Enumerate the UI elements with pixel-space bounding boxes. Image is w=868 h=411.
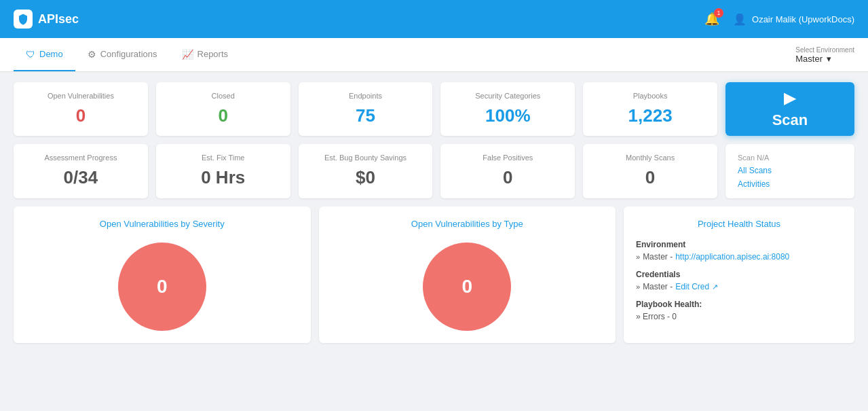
- external-link-icon: ↗: [712, 283, 718, 291]
- stat-security-categories: Security Categories 100%: [440, 82, 575, 136]
- main-content: Open Vulnerabilities 0 Closed 0 Endpoint…: [0, 72, 868, 353]
- stat-value-bug-bounty: $0: [356, 167, 375, 188]
- chevron-icon-2: »: [636, 283, 640, 291]
- health-playbook-label: Playbook Health:: [636, 300, 842, 309]
- nav-tabs: 🛡 Demo ⚙ Configurations 📈 Reports: [14, 38, 240, 71]
- health-cred-label: Credentials: [636, 270, 842, 279]
- user-menu[interactable]: 👤 Ozair Malik (UpworkDocs): [733, 13, 854, 26]
- stat-label-security-cat: Security Categories: [475, 92, 540, 100]
- env-dropdown[interactable]: Master ▾: [795, 54, 831, 64]
- stat-assessment: Assessment Progress 0/34: [14, 144, 148, 198]
- notification-button[interactable]: 🔔 1: [704, 12, 719, 26]
- chart-icon: 📈: [182, 49, 193, 60]
- tab-demo-label: Demo: [39, 49, 63, 59]
- health-playbook-section: Playbook Health: » Errors - 0: [636, 300, 842, 321]
- tab-configurations[interactable]: ⚙ Configurations: [75, 38, 170, 71]
- type-chart-title: Open Vulnerabilities by Type: [331, 219, 604, 229]
- gear-icon: ⚙: [88, 49, 96, 60]
- health-title: Project Health Status: [636, 219, 842, 229]
- stat-label-open-vuln: Open Vulnerabilities: [48, 92, 114, 100]
- stat-closed: Closed 0: [156, 82, 290, 136]
- tab-reports-label: Reports: [197, 49, 229, 59]
- health-environment-section: Environment » Master - http://applicatio…: [636, 240, 842, 262]
- type-donut: 0: [423, 243, 511, 331]
- edit-cred-link[interactable]: Edit Cred: [675, 282, 709, 291]
- stat-label-fix-time: Est. Fix Time: [202, 154, 245, 162]
- user-name: Ozair Malik (UpworkDocs): [752, 14, 854, 24]
- chevron-icon: »: [636, 253, 640, 261]
- scan-button[interactable]: ▶ Scan: [725, 82, 854, 136]
- scan-na-label: Scan N/A: [738, 154, 842, 162]
- severity-donut: 0: [118, 243, 206, 331]
- health-env-url[interactable]: http://application.apisec.ai:8080: [675, 252, 789, 262]
- shield-icon: 🛡: [26, 49, 35, 60]
- severity-chart-title: Open Vulnerabilities by Severity: [26, 219, 299, 229]
- health-env-master: Master -: [643, 252, 673, 262]
- type-chart-container: 0: [331, 243, 604, 331]
- all-scans-link[interactable]: All Scans: [738, 166, 842, 175]
- health-env-label: Environment: [636, 240, 842, 249]
- stat-label-closed: Closed: [212, 92, 235, 100]
- health-errors-item: » Errors - 0: [636, 312, 842, 321]
- play-icon: ▶: [784, 90, 795, 107]
- stat-false-positives: False Positives 0: [440, 144, 575, 198]
- stat-open-vulnerabilities: Open Vulnerabilities 0: [14, 82, 148, 136]
- stat-value-playbooks: 1,223: [628, 105, 673, 126]
- scan-label: Scan: [772, 111, 808, 129]
- stat-label-monthly-scans: Monthly Scans: [626, 154, 675, 162]
- stat-value-assessment: 0/34: [64, 167, 98, 188]
- logo: APIsec: [14, 10, 79, 29]
- severity-chart-card: Open Vulnerabilities by Severity 0: [14, 207, 311, 343]
- user-icon: 👤: [733, 13, 747, 26]
- stat-value-security-cat: 100%: [485, 105, 531, 126]
- logo-icon: [14, 10, 33, 29]
- stat-value-false-pos: 0: [503, 167, 512, 188]
- tab-demo[interactable]: 🛡 Demo: [14, 38, 75, 71]
- stat-value-open-vuln: 0: [76, 105, 86, 126]
- health-cred-item: » Master - Edit Cred ↗: [636, 282, 842, 291]
- stat-label-playbooks: Playbooks: [633, 92, 668, 100]
- stats-row-1: Open Vulnerabilities 0 Closed 0 Endpoint…: [14, 82, 854, 136]
- health-card: Project Health Status Environment » Mast…: [624, 207, 854, 343]
- stat-endpoints: Endpoints 75: [299, 82, 433, 136]
- header: APIsec 🔔 1 👤 Ozair Malik (UpworkDocs): [0, 0, 868, 38]
- chevron-down-icon: ▾: [827, 54, 831, 64]
- stat-value-endpoints: 75: [356, 105, 375, 126]
- severity-chart-container: 0: [26, 243, 299, 331]
- health-credentials-section: Credentials » Master - Edit Cred ↗: [636, 270, 842, 291]
- logo-text: APIsec: [38, 12, 79, 26]
- stat-label-false-pos: False Positives: [483, 154, 533, 162]
- type-donut-value: 0: [461, 276, 472, 298]
- charts-row: Open Vulnerabilities by Severity 0 Open …: [14, 207, 854, 343]
- stat-monthly-scans: Monthly Scans 0: [583, 144, 717, 198]
- stat-bug-bounty: Est. Bug Bounty Savings $0: [299, 144, 433, 198]
- stat-label-endpoints: Endpoints: [349, 92, 382, 100]
- env-label: Select Environment: [795, 46, 854, 54]
- environment-selector[interactable]: Select Environment Master ▾: [795, 46, 854, 64]
- stat-label-assessment: Assessment Progress: [44, 154, 117, 162]
- stats-row-2: Assessment Progress 0/34 Est. Fix Time 0…: [14, 144, 854, 198]
- activities-link[interactable]: Activities: [738, 179, 842, 189]
- type-chart-card: Open Vulnerabilities by Type 0: [319, 207, 616, 343]
- env-value: Master: [795, 54, 823, 64]
- stat-value-fix-time: 0 Hrs: [201, 167, 245, 188]
- stat-fix-time: Est. Fix Time 0 Hrs: [156, 144, 290, 198]
- header-right: 🔔 1 👤 Ozair Malik (UpworkDocs): [704, 12, 854, 26]
- severity-donut-value: 0: [157, 276, 168, 298]
- health-env-item: » Master - http://application.apisec.ai:…: [636, 252, 842, 262]
- tab-configurations-label: Configurations: [100, 49, 157, 59]
- scan-side-panel: Scan N/A All Scans Activities: [725, 144, 854, 198]
- stat-value-monthly-scans: 0: [645, 167, 655, 188]
- stat-value-closed: 0: [218, 105, 227, 126]
- health-cred-master: Master -: [643, 282, 673, 291]
- notification-badge: 1: [714, 8, 723, 18]
- health-errors-label: » Errors - 0: [636, 312, 677, 321]
- nav-bar: 🛡 Demo ⚙ Configurations 📈 Reports Select…: [0, 38, 868, 72]
- tab-reports[interactable]: 📈 Reports: [170, 38, 241, 71]
- stat-label-bug-bounty: Est. Bug Bounty Savings: [324, 154, 407, 162]
- stat-playbooks: Playbooks 1,223: [583, 82, 717, 136]
